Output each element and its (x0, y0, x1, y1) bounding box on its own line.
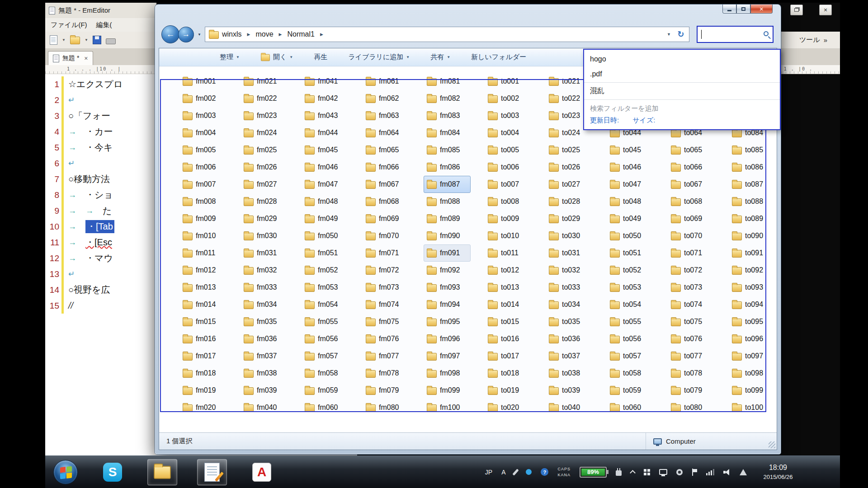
folder-fm009[interactable]: fm009 (179, 210, 226, 227)
folder-to004[interactable]: to004 (485, 124, 532, 141)
tab-untitled[interactable]: 無題 * × (48, 51, 93, 65)
folder-fm001[interactable]: fm001 (179, 73, 226, 90)
folder-fm093[interactable]: fm093 (424, 279, 471, 296)
folder-to048[interactable]: to048 (607, 193, 654, 210)
folder-fm029[interactable]: fm029 (241, 210, 288, 227)
folder-to027[interactable]: to027 (546, 176, 593, 193)
menu-file[interactable]: ファイル(F) (51, 21, 87, 29)
folder-fm083[interactable]: fm083 (424, 107, 471, 124)
folder-to096[interactable]: to096 (729, 330, 776, 347)
folder-fm017[interactable]: fm017 (179, 347, 226, 365)
folder-fm096[interactable]: fm096 (424, 330, 471, 347)
ime-language-indicator[interactable]: JP (485, 469, 492, 476)
folder-fm048[interactable]: fm048 (302, 193, 349, 210)
taskbar-clock[interactable]: 18:09 2015/06/26 (754, 462, 802, 481)
folder-fm015[interactable]: fm015 (179, 313, 226, 330)
open-file-icon[interactable] (70, 37, 80, 44)
folder-fm061[interactable]: fm061 (363, 73, 410, 90)
emeditor-close-button[interactable]: × (819, 5, 832, 15)
folder-to039[interactable]: to039 (546, 382, 593, 399)
folder-fm079[interactable]: fm079 (363, 382, 410, 399)
refresh-icon[interactable]: ↻ (675, 28, 687, 41)
folder-fm020[interactable]: fm020 (179, 399, 226, 416)
breadcrumb-separator-icon[interactable]: ▶ (245, 32, 252, 37)
folder-to070[interactable]: to070 (668, 227, 715, 244)
folder-fm055[interactable]: fm055 (302, 313, 349, 330)
folder-to053[interactable]: to053 (607, 279, 654, 296)
command-button-2[interactable]: 再生 (314, 53, 327, 61)
folder-to085[interactable]: to085 (729, 141, 776, 159)
folder-fm087[interactable]: fm087 (424, 176, 471, 193)
menu-edit[interactable]: 編集( (96, 21, 112, 29)
breadcrumb-separator-icon[interactable]: ▶ (318, 32, 326, 37)
folder-fm080[interactable]: fm080 (363, 399, 410, 416)
folder-fm070[interactable]: fm070 (363, 227, 410, 244)
folder-to071[interactable]: to071 (668, 244, 715, 262)
folder-fm064[interactable]: fm064 (363, 124, 410, 141)
folder-fm054[interactable]: fm054 (302, 296, 349, 313)
folder-fm033[interactable]: fm033 (241, 279, 288, 296)
folder-fm092[interactable]: fm092 (424, 262, 471, 279)
folder-fm049[interactable]: fm049 (302, 210, 349, 227)
command-button-0[interactable]: 整理▼ (220, 53, 240, 61)
folder-to073[interactable]: to073 (668, 279, 715, 296)
folder-to060[interactable]: to060 (607, 399, 654, 416)
folder-to001[interactable]: to001 (485, 73, 532, 90)
folder-to056[interactable]: to056 (607, 330, 654, 347)
folder-to098[interactable]: to098 (729, 365, 776, 382)
folder-fm007[interactable]: fm007 (179, 176, 226, 193)
folder-to032[interactable]: to032 (546, 262, 593, 279)
folder-fm097[interactable]: fm097 (424, 347, 471, 365)
folder-fm091[interactable]: fm091 (424, 244, 471, 262)
folder-to014[interactable]: to014 (485, 296, 532, 313)
folder-fm046[interactable]: fm046 (302, 159, 349, 176)
folder-to079[interactable]: to079 (668, 382, 715, 399)
battery-indicator[interactable]: 89% (580, 467, 607, 478)
folder-to057[interactable]: to057 (607, 347, 654, 365)
folder-to074[interactable]: to074 (668, 296, 715, 313)
folder-fm013[interactable]: fm013 (179, 279, 226, 296)
folder-to045[interactable]: to045 (607, 141, 654, 159)
folder-fm068[interactable]: fm068 (363, 193, 410, 210)
maximize-button[interactable] (736, 5, 750, 14)
drive-tray-icon[interactable] (740, 469, 747, 475)
folder-to069[interactable]: to069 (668, 210, 715, 227)
folder-fm062[interactable]: fm062 (363, 90, 410, 107)
search-input[interactable] (697, 26, 774, 43)
folder-to076[interactable]: to076 (668, 330, 715, 347)
folder-fm094[interactable]: fm094 (424, 296, 471, 313)
folder-to059[interactable]: to059 (607, 382, 654, 399)
folder-to091[interactable]: to091 (729, 244, 776, 262)
tools-menu[interactable]: ツール (799, 36, 820, 44)
folder-fm074[interactable]: fm074 (363, 296, 410, 313)
search-suggestion-hogo[interactable]: hogo (584, 52, 780, 66)
folder-fm039[interactable]: fm039 (241, 382, 288, 399)
folder-fm032[interactable]: fm032 (241, 262, 288, 279)
close-button[interactable]: × (750, 5, 773, 14)
ime-tools-icon[interactable] (513, 469, 519, 475)
folder-to015[interactable]: to015 (485, 313, 532, 330)
command-button-4[interactable]: 共有▼ (430, 53, 450, 61)
folder-fm021[interactable]: fm021 (241, 73, 288, 90)
folder-fm075[interactable]: fm075 (363, 313, 410, 330)
folder-to067[interactable]: to067 (668, 176, 715, 193)
folder-to099[interactable]: to099 (729, 382, 776, 399)
folder-fm078[interactable]: fm078 (363, 365, 410, 382)
folder-fm077[interactable]: fm077 (363, 347, 410, 365)
folder-to033[interactable]: to033 (546, 279, 593, 296)
folder-to094[interactable]: to094 (729, 296, 776, 313)
folder-to020[interactable]: to020 (485, 399, 532, 416)
folder-to093[interactable]: to093 (729, 279, 776, 296)
folder-fm063[interactable]: fm063 (363, 107, 410, 124)
folder-to013[interactable]: to013 (485, 279, 532, 296)
folder-to066[interactable]: to066 (668, 159, 715, 176)
folder-fm028[interactable]: fm028 (241, 193, 288, 210)
folder-to028[interactable]: to028 (546, 193, 593, 210)
folder-to087[interactable]: to087 (729, 176, 776, 193)
folder-fm012[interactable]: fm012 (179, 262, 226, 279)
search-suggestion-.pdf[interactable]: .pdf (584, 66, 780, 81)
folder-to068[interactable]: to068 (668, 193, 715, 210)
folder-to019[interactable]: to019 (485, 382, 532, 399)
folder-to038[interactable]: to038 (546, 365, 593, 382)
search-filter-サイズ:[interactable]: サイズ: (632, 116, 655, 125)
